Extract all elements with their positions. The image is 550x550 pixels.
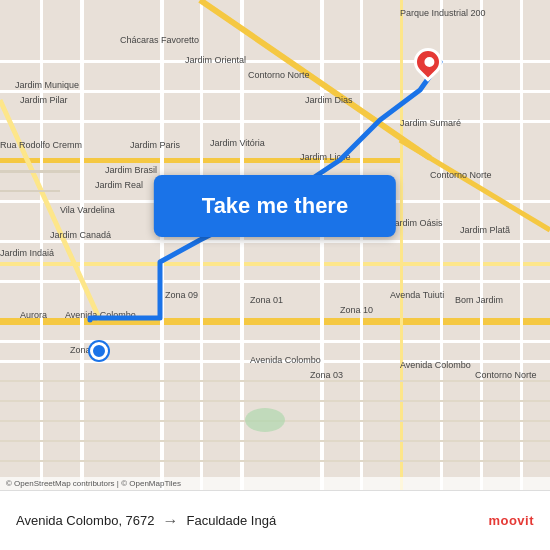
moovit-logo: moovit [488, 513, 534, 528]
arrow-icon: → [163, 512, 179, 530]
map-area: Parque Industrial 200Chácaras FavorettoJ… [0, 0, 550, 490]
app-container: Parque Industrial 200Chácaras FavorettoJ… [0, 0, 550, 550]
take-me-there-button[interactable]: Take me there [154, 175, 396, 237]
destination-label: Faculdade Ingá [187, 513, 277, 528]
pin-head [408, 42, 448, 82]
pin-dot [422, 55, 436, 69]
route-info: Avenida Colombo, 7672 → Faculdade Ingá [16, 512, 478, 530]
bottom-bar: Avenida Colombo, 7672 → Faculdade Ingá m… [0, 490, 550, 550]
origin-label: Avenida Colombo, 7672 [16, 513, 155, 528]
copyright-text: © OpenStreetMap contributors | © OpenMap… [6, 479, 181, 488]
logo-text: moovit [488, 513, 534, 528]
copyright-bar: © OpenStreetMap contributors | © OpenMap… [0, 477, 550, 490]
route-line [0, 0, 550, 490]
origin-dot [90, 342, 108, 360]
destination-pin [414, 48, 442, 84]
